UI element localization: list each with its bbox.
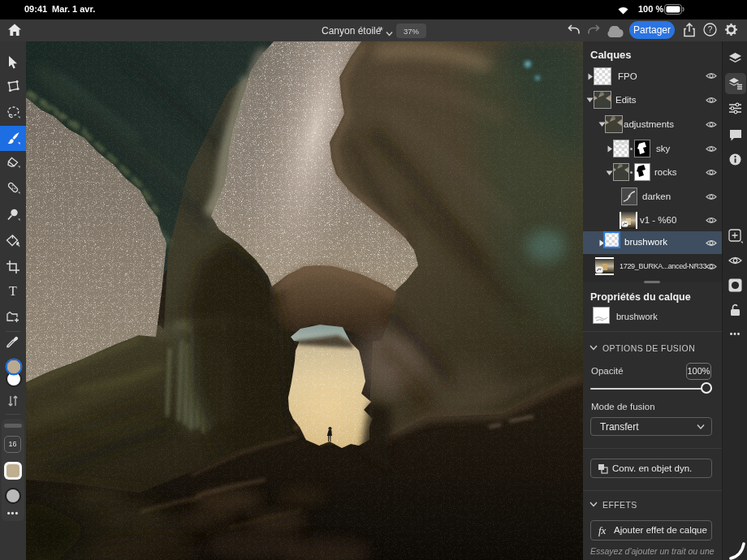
svg-text:?: ?	[708, 25, 713, 34]
